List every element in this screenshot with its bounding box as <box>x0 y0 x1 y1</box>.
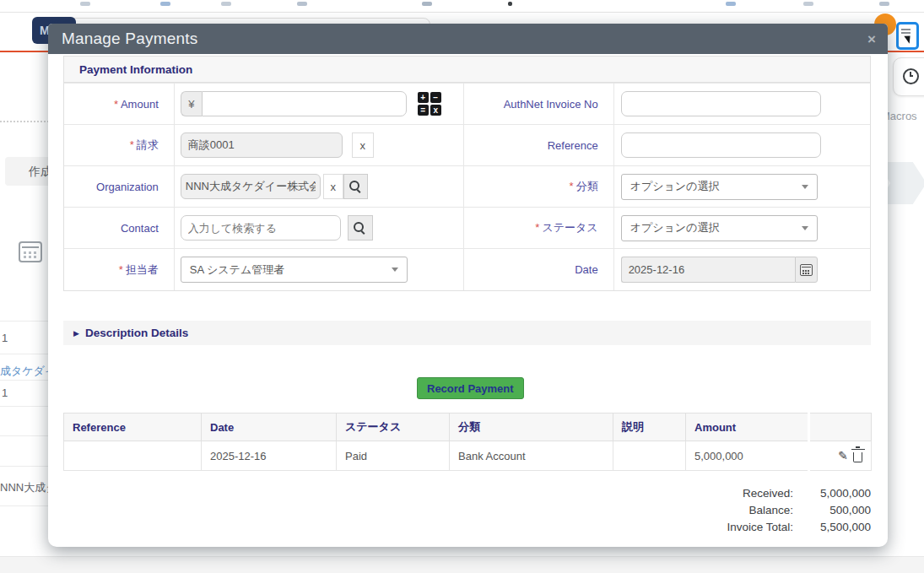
sidebar-count: 1 <box>2 387 8 399</box>
calc-multiply: x <box>430 105 441 116</box>
form-row: Organization x *分類 オプションの選択 <box>64 165 870 207</box>
payments-table-header-row: Reference Date ステータス 分類 説明 Amount <box>64 414 872 441</box>
status-label-cell: *ステータス <box>463 208 613 248</box>
page-footer-band <box>0 556 924 573</box>
balance-label: Balance: <box>748 504 793 516</box>
reference-input[interactable] <box>621 132 821 158</box>
contact-label-cell: Contact <box>64 208 174 248</box>
contact-label: Contact <box>121 222 159 235</box>
date-field-cell <box>613 249 870 290</box>
contact-search-button[interactable] <box>348 215 373 241</box>
balance-value: 500,000 <box>793 504 871 516</box>
authnet-input[interactable] <box>621 91 821 116</box>
edit-icon[interactable]: ✎ <box>838 450 848 462</box>
amount-label: Amount <box>121 98 159 111</box>
description-details-label: Description Details <box>85 327 188 339</box>
cropped-toolbar-icon <box>803 2 813 6</box>
form-row: *Amount ¥ + − = x AuthNet Invoice No <box>64 83 870 124</box>
organization-label: Organization <box>96 181 159 193</box>
status-field-cell: オプションの選択 <box>613 208 870 248</box>
list-divider <box>0 321 48 322</box>
list-divider <box>0 505 48 506</box>
date-input[interactable] <box>621 257 795 283</box>
list-divider <box>0 406 48 407</box>
cropped-toolbar-icon <box>508 2 512 6</box>
amount-label-cell: *Amount <box>64 84 174 124</box>
calculator-icon[interactable]: + − = x <box>418 92 441 116</box>
authnet-label: AuthNet Invoice No <box>504 98 598 111</box>
record-payment-button[interactable]: Record Payment <box>417 377 524 399</box>
calc-equals: = <box>418 105 429 116</box>
chevron-down-icon <box>802 185 808 189</box>
search-icon <box>354 222 366 235</box>
manage-payments-modal: Manage Payments × Payment Information *A… <box>48 24 888 547</box>
chevron-down-icon <box>802 226 808 230</box>
cell-category: Bank Account <box>450 441 613 471</box>
form-row: Contact *ステータス オプションの選択 <box>64 207 870 248</box>
close-icon[interactable]: × <box>867 32 876 46</box>
reference-label: Reference <box>548 139 598 152</box>
col-amount: Amount <box>686 414 809 441</box>
description-details-toggle[interactable]: ▶ Description Details <box>63 321 871 345</box>
calc-plus: + <box>418 92 429 103</box>
status-label: ステータス <box>542 221 597 234</box>
cell-description <box>613 441 686 471</box>
sidebar-count: 1 <box>2 332 8 344</box>
collapsed-arrow-icon: ▶ <box>73 329 79 338</box>
organization-clear-button[interactable]: x <box>323 174 343 199</box>
cell-date: 2025-12-16 <box>202 441 337 471</box>
organization-value-input[interactable] <box>181 174 321 199</box>
organization-search-button[interactable] <box>343 174 368 199</box>
amount-field-cell: ¥ + − = x <box>174 84 463 124</box>
trash-icon[interactable] <box>853 452 862 462</box>
col-actions <box>809 414 872 441</box>
modal-title: Manage Payments <box>62 30 197 48</box>
search-icon <box>349 181 362 193</box>
cropped-toolbar-icon <box>80 2 90 6</box>
list-divider <box>0 380 48 381</box>
cropped-toolbar-icon <box>422 2 432 6</box>
col-status: ステータス <box>337 414 450 441</box>
received-label: Received: <box>743 487 793 500</box>
cropped-browser-toolbar <box>0 0 924 13</box>
amount-input[interactable] <box>202 91 407 116</box>
col-category: 分類 <box>450 414 613 441</box>
col-description: 説明 <box>613 414 686 441</box>
contact-search-input[interactable] <box>181 215 341 241</box>
cell-reference <box>64 441 202 471</box>
assigned-to-label: 担当者 <box>126 263 159 276</box>
required-marker: * <box>130 138 134 151</box>
calendar-icon[interactable] <box>19 241 42 262</box>
cropped-toolbar-icon <box>221 2 231 6</box>
calendar-icon <box>800 264 813 276</box>
totals-summary: Received: 5,000,000 Balance: 500,000 Inv… <box>618 484 871 535</box>
organization-label-cell: Organization <box>64 166 174 207</box>
clock-icon <box>903 68 919 84</box>
invoice-label: 請求 <box>137 138 159 151</box>
currency-symbol: ¥ <box>181 91 202 116</box>
payments-table: Reference Date ステータス 分類 説明 Amount 2025-1… <box>63 413 872 471</box>
list-divider <box>0 466 48 467</box>
cropped-toolbar-icon <box>879 2 889 6</box>
organization-field-cell: x <box>174 166 463 207</box>
category-select[interactable]: オプションの選択 <box>621 174 818 200</box>
assigned-to-select[interactable]: SA システム管理者 <box>181 257 408 283</box>
required-marker: * <box>570 180 574 192</box>
form-row: *請求 x Reference <box>64 124 870 165</box>
invoice-clear-button[interactable]: x <box>352 132 374 158</box>
date-label-cell: Date <box>463 249 613 290</box>
chevron-down-icon <box>392 268 398 272</box>
payment-row: 2025-12-16 Paid Bank Account 5,000,000 ✎ <box>64 441 872 471</box>
invoice-total-label: Invoice Total: <box>727 521 793 533</box>
list-divider <box>0 435 48 436</box>
status-select[interactable]: オプションの選択 <box>621 215 818 241</box>
date-picker-button[interactable] <box>795 257 818 283</box>
required-marker: * <box>119 263 123 276</box>
category-label-cell: *分類 <box>463 166 613 207</box>
screen: M Macros 作成 1 成タケダイー 1 NNN大成タ Manage Pay… <box>0 0 924 573</box>
list-divider <box>0 354 48 354</box>
invoice-value-input[interactable] <box>181 132 343 158</box>
invoice-total-row: Invoice Total: 5,500,000 <box>618 518 871 535</box>
payment-information-form: Payment Information *Amount ¥ + − = x <box>63 56 871 291</box>
cell-status: Paid <box>337 441 450 471</box>
